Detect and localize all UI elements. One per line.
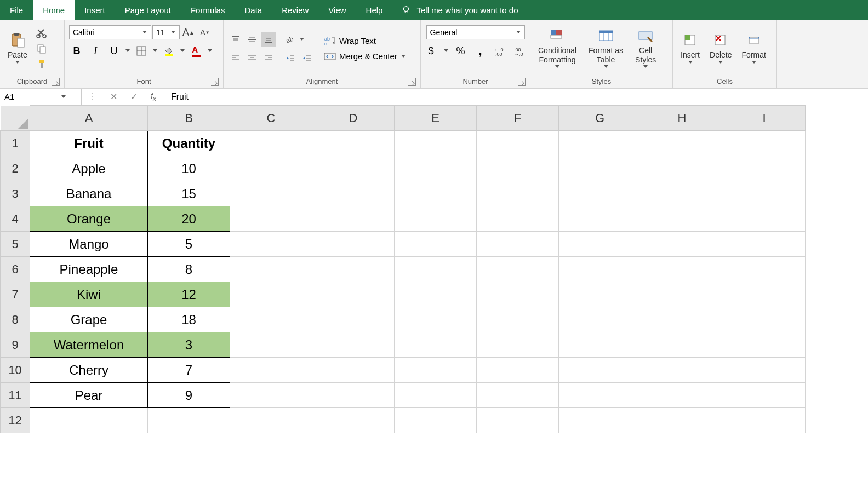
cell-B9[interactable]: 3 [148,332,230,358]
cell-H12[interactable] [641,408,723,433]
cell-D1[interactable] [312,131,395,156]
cell-D2[interactable] [312,156,395,181]
cell-D10[interactable] [312,358,395,383]
cell-H4[interactable] [641,206,723,232]
cell-A1[interactable]: Fruit [30,131,148,156]
column-header-H[interactable]: H [641,106,723,131]
decrease-indent-button[interactable] [283,51,298,65]
increase-font-button[interactable]: A▲ [181,25,196,39]
cell-D7[interactable] [312,282,395,307]
cell-B5[interactable]: 5 [148,232,230,257]
cell-F9[interactable] [477,332,559,358]
number-dialog-launcher[interactable] [518,78,526,86]
row-header-4[interactable]: 4 [1,206,30,232]
cell-C1[interactable] [230,131,312,156]
cell-F11[interactable] [477,383,559,408]
cell-C9[interactable] [230,332,312,358]
row-header-8[interactable]: 8 [1,307,30,332]
cell-F4[interactable] [477,206,559,232]
cell-G5[interactable] [559,232,641,257]
cell-C4[interactable] [230,206,312,232]
cell-F6[interactable] [477,257,559,282]
align-right-button[interactable] [261,51,276,65]
cell-A8[interactable]: Grape [30,307,148,332]
column-header-D[interactable]: D [312,106,395,131]
cell-E7[interactable] [395,282,477,307]
cell-H5[interactable] [641,232,723,257]
bold-button[interactable]: B [69,44,84,58]
cell-D9[interactable] [312,332,395,358]
insert-cells-button[interactable]: Insert [677,31,703,66]
row-header-6[interactable]: 6 [1,257,30,282]
cell-E1[interactable] [395,131,477,156]
cell-G6[interactable] [559,257,641,282]
cell-I6[interactable] [723,257,806,282]
cell-D4[interactable] [312,206,395,232]
cell-G11[interactable] [559,383,641,408]
cell-H10[interactable] [641,358,723,383]
cancel-formula-button[interactable]: ✕ [110,91,117,102]
clipboard-dialog-launcher[interactable] [52,78,60,86]
cell-E8[interactable] [395,307,477,332]
font-dialog-launcher[interactable] [211,78,219,86]
menu-tab-insert[interactable]: Insert [75,0,115,20]
cell-G12[interactable] [559,408,641,433]
cell-B1[interactable]: Quantity [148,131,230,156]
cell-F7[interactable] [477,282,559,307]
menu-tab-formulas[interactable]: Formulas [181,0,235,20]
cell-B10[interactable]: 7 [148,358,230,383]
cell-H3[interactable] [641,181,723,206]
cell-I7[interactable] [723,282,806,307]
cell-E10[interactable] [395,358,477,383]
cell-D11[interactable] [312,383,395,408]
cell-G4[interactable] [559,206,641,232]
row-header-1[interactable]: 1 [1,131,30,156]
row-header-3[interactable]: 3 [1,181,30,206]
cell-F8[interactable] [477,307,559,332]
cell-H11[interactable] [641,383,723,408]
cell-I8[interactable] [723,307,806,332]
paste-button[interactable]: Paste [4,31,31,66]
column-header-I[interactable]: I [723,106,806,131]
font-name-select[interactable]: Calibri [69,25,151,39]
cell-G1[interactable] [559,131,641,156]
menu-tab-page-layout[interactable]: Page Layout [115,0,181,20]
cell-A3[interactable]: Banana [30,181,148,206]
cell-E11[interactable] [395,383,477,408]
column-header-C[interactable]: C [230,106,312,131]
cell-G8[interactable] [559,307,641,332]
cell-A11[interactable]: Pear [30,383,148,408]
cell-E6[interactable] [395,257,477,282]
fill-color-button[interactable] [161,44,176,58]
format-painter-button[interactable] [34,57,49,71]
cut-button[interactable] [34,26,49,41]
cell-F10[interactable] [477,358,559,383]
cell-F3[interactable] [477,181,559,206]
cell-H9[interactable] [641,332,723,358]
cell-C12[interactable] [230,408,312,433]
cell-A12[interactable] [30,408,148,433]
underline-button[interactable]: U [106,44,122,58]
cell-E5[interactable] [395,232,477,257]
cell-E12[interactable] [395,408,477,433]
align-top-button[interactable] [228,32,243,47]
cell-E2[interactable] [395,156,477,181]
menu-tab-review[interactable]: Review [272,0,318,20]
cell-B7[interactable]: 12 [148,282,230,307]
cell-I2[interactable] [723,156,806,181]
cell-A7[interactable]: Kiwi [30,282,148,307]
name-box[interactable]: A1 [0,89,71,105]
cell-H6[interactable] [641,257,723,282]
cell-C10[interactable] [230,358,312,383]
copy-button[interactable] [34,42,49,56]
align-bottom-button[interactable] [261,32,276,47]
row-header-7[interactable]: 7 [1,282,30,307]
decrease-decimal-button[interactable]: .00→.0 [512,44,528,58]
cell-E4[interactable] [395,206,477,232]
row-header-5[interactable]: 5 [1,232,30,257]
cell-D12[interactable] [312,408,395,433]
wrap-text-button[interactable]: abc Wrap Text [324,36,406,47]
row-header-11[interactable]: 11 [1,383,30,408]
cell-I5[interactable] [723,232,806,257]
cell-F5[interactable] [477,232,559,257]
